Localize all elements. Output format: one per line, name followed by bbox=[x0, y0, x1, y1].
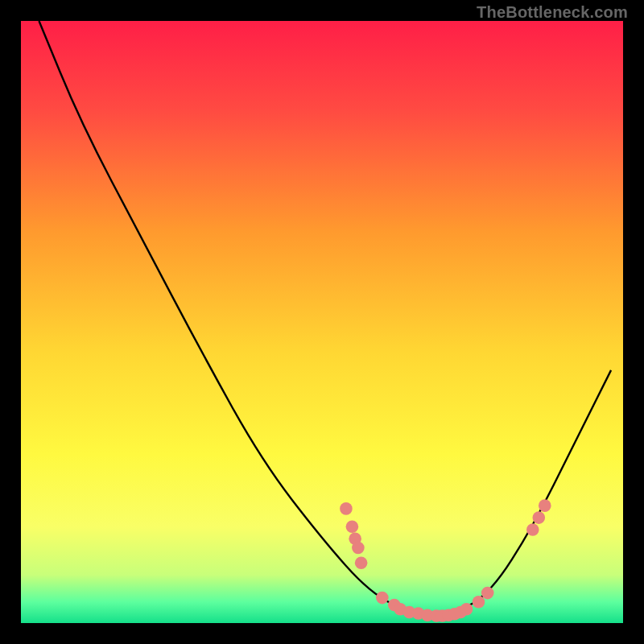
bottleneck-chart bbox=[0, 0, 644, 644]
data-marker bbox=[346, 521, 359, 534]
data-marker bbox=[539, 499, 551, 512]
data-marker bbox=[355, 556, 368, 569]
data-marker bbox=[532, 511, 545, 524]
data-marker bbox=[352, 542, 365, 555]
data-marker bbox=[526, 523, 539, 536]
data-marker bbox=[340, 502, 353, 515]
watermark-text: TheBottleneck.com bbox=[477, 3, 628, 22]
data-marker bbox=[473, 596, 485, 609]
data-marker bbox=[460, 603, 473, 616]
data-marker bbox=[481, 587, 494, 600]
chart-root: TheBottleneck.com bbox=[0, 0, 644, 644]
data-marker bbox=[376, 592, 389, 605]
